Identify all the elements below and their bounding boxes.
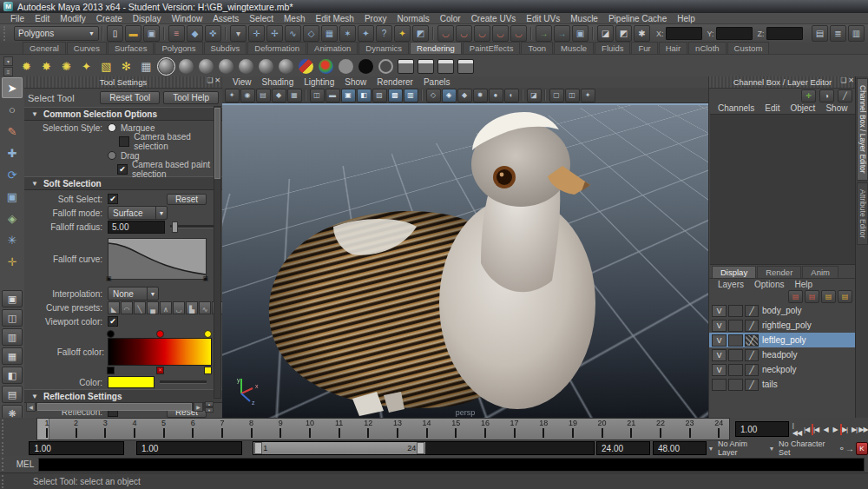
layout-outliner-persp-button[interactable]: ◧ xyxy=(2,367,23,384)
drag-handle[interactable] xyxy=(2,442,9,454)
anisotropic-material-icon[interactable] xyxy=(177,57,195,76)
range-start-handle[interactable] xyxy=(254,442,262,454)
rotate-tool[interactable]: ⟳ xyxy=(2,164,23,185)
select-camera-icon[interactable]: ✦ xyxy=(225,89,240,102)
snap-to-plane-icon[interactable]: ◡ xyxy=(492,25,509,42)
field-chart-icon[interactable]: ▩ xyxy=(388,89,403,102)
viewport-color-checkbox[interactable]: ✔ xyxy=(108,316,118,327)
x-coordinate-field[interactable] xyxy=(666,27,702,40)
tool-help-button[interactable]: Tool Help xyxy=(163,91,219,104)
lambert-material-icon[interactable] xyxy=(217,57,235,76)
shelf-tab-toon[interactable]: Toon xyxy=(521,42,553,54)
color-slider[interactable] xyxy=(160,380,207,384)
playback-start-field[interactable]: 1.00 xyxy=(136,441,242,455)
layout-four-pane-button[interactable]: ▦ xyxy=(2,347,23,365)
mask-handles-icon[interactable]: ✛ xyxy=(248,25,265,42)
falloff-color-ramp[interactable] xyxy=(108,338,212,366)
ramp-key-black[interactable] xyxy=(107,330,115,338)
menu-normals[interactable]: Normals xyxy=(392,14,435,23)
z-coordinate-field[interactable] xyxy=(766,27,803,40)
shelf-tab-custom[interactable]: Custom xyxy=(727,42,770,54)
step-forward-key-button[interactable]: ▶| xyxy=(840,423,849,436)
snap-to-point-icon[interactable]: ◡ xyxy=(474,25,490,42)
render-globals-icon[interactable] xyxy=(457,57,475,76)
close-icon[interactable]: ✕ xyxy=(848,76,854,84)
shelf-tab-deformation[interactable]: Deformation xyxy=(247,42,306,54)
falloff-curve-widget[interactable]: ▣ ▣ xyxy=(108,238,207,280)
viewport-menu-lighting[interactable]: Lighting xyxy=(299,77,339,87)
layer-visibility-toggle[interactable]: V xyxy=(712,349,727,361)
channel-menu-channels[interactable]: Channels xyxy=(713,103,760,113)
playback-range-bar[interactable]: 1 24 xyxy=(253,442,425,454)
ambient-light-icon[interactable]: ▧ xyxy=(97,57,115,76)
viewport-3d-view[interactable]: y x z persp xyxy=(222,103,708,418)
preset-spike[interactable]: ∧ xyxy=(160,301,172,314)
mask-curves-icon[interactable]: ∿ xyxy=(285,25,301,42)
speed-ramp-icon[interactable]: ◑ xyxy=(819,89,834,102)
side-tab-attribute-editor[interactable]: Attribute Editor xyxy=(857,182,868,245)
drag-handle[interactable] xyxy=(2,458,10,471)
camera-based-selection-checkbox[interactable] xyxy=(119,136,129,147)
scale-tool[interactable]: ▣ xyxy=(2,186,23,207)
new-scene-icon[interactable]: ▯ xyxy=(107,25,123,42)
lasso-select-tool[interactable]: ○ xyxy=(2,99,23,120)
mask-dynamics-icon[interactable]: ✶ xyxy=(339,25,356,42)
layer-color-swatch[interactable]: ╱ xyxy=(745,320,759,332)
select-by-component-icon[interactable]: ✜ xyxy=(205,25,221,42)
shelf-tab-painteffects[interactable]: PaintEffects xyxy=(463,42,521,54)
pin-icon[interactable]: ❏ xyxy=(207,76,213,84)
ramp-key2-yellow[interactable] xyxy=(204,367,212,374)
area-light-icon[interactable]: ✦ xyxy=(77,57,95,76)
batch-render-icon[interactable] xyxy=(437,57,455,76)
camera-icon[interactable]: ▦ xyxy=(137,57,155,76)
slider-mode-icon[interactable]: ╱ xyxy=(838,89,852,102)
select-tool[interactable]: ➤ xyxy=(2,77,23,98)
current-frame-field[interactable]: 1.00 xyxy=(735,421,789,437)
show-hide-channel-box-icon[interactable]: ▥ xyxy=(848,25,865,42)
shadows-icon[interactable]: ● xyxy=(489,89,503,102)
menu-muscle[interactable]: Muscle xyxy=(565,14,603,23)
use-background-icon[interactable] xyxy=(357,57,375,76)
anim-layer-dropdown[interactable]: No Anim Layer xyxy=(715,442,767,454)
menu-edit-uvs[interactable]: Edit UVs xyxy=(521,14,565,23)
ambient-occlusion-icon[interactable]: ◐ xyxy=(504,89,519,102)
shelf-menu-icon[interactable]: ▾ xyxy=(3,56,13,66)
soft-select-reset-button[interactable]: Reset xyxy=(167,194,207,205)
menu-assets[interactable]: Assets xyxy=(207,14,244,23)
perspective-viewport[interactable]: ViewShadingLightingShowRendererPanels ✦◉… xyxy=(222,76,708,418)
layer-color-swatch[interactable]: ╱ xyxy=(745,334,759,347)
layer-row-rightleg-poly[interactable]: V╱rightleg_poly xyxy=(709,318,856,333)
scroll-left-icon[interactable]: ◀ xyxy=(26,402,36,412)
render-current-frame-icon[interactable]: ◪ xyxy=(597,25,614,42)
play-forwards-button[interactable]: ▶ xyxy=(831,423,839,436)
preset-ramp-down[interactable]: ◣ xyxy=(108,301,120,314)
isolate-select-icon[interactable]: ◪ xyxy=(527,89,542,102)
character-set-dropdown[interactable]: No Character Set xyxy=(776,442,837,454)
layout-two-side-button[interactable]: ◫ xyxy=(2,309,23,327)
step-back-key-button[interactable]: |◀ xyxy=(812,423,820,436)
lock-selection-icon[interactable]: ✦ xyxy=(394,25,411,42)
preset-smooth[interactable]: ◠ xyxy=(121,301,133,314)
mask-misc-icon[interactable]: ? xyxy=(376,25,392,42)
section-common-selection[interactable]: ▼ Common Selection Options xyxy=(24,107,222,121)
layer-row-leftleg-poly[interactable]: V╱leftleg_poly xyxy=(709,333,856,347)
menu-color[interactable]: Color xyxy=(435,14,466,23)
select-by-object-icon[interactable]: ◆ xyxy=(187,25,203,42)
shelf-arrow-icon[interactable]: ≡ xyxy=(3,67,13,76)
twod-pan-zoom-icon[interactable]: ◫ xyxy=(310,89,325,102)
lock-camera-icon[interactable]: ◉ xyxy=(240,89,255,102)
layer-visibility-toggle[interactable]: V xyxy=(712,334,727,347)
show-hide-attribute-editor-icon[interactable]: ▤ xyxy=(812,25,828,42)
ramp-key2-red-selected[interactable]: ✕ xyxy=(156,367,164,374)
xray-joints-icon[interactable]: ◫ xyxy=(565,89,580,102)
close-icon[interactable]: ✕ xyxy=(214,76,220,84)
tool-settings-header[interactable]: Tool Settings ❏✕ xyxy=(24,76,222,89)
viewport-menu-view[interactable]: View xyxy=(227,77,257,87)
layer-menu-options[interactable]: Options xyxy=(749,280,789,289)
show-hide-tool-settings-icon[interactable]: ≣ xyxy=(830,25,846,42)
mask-combo-icon[interactable]: ▾ xyxy=(230,25,247,42)
layer-playback-toggle[interactable] xyxy=(728,334,743,347)
reset-tool-button[interactable]: Reset Tool xyxy=(100,91,160,104)
animation-start-field[interactable]: 1.00 xyxy=(29,441,124,455)
save-scene-icon[interactable]: ▣ xyxy=(143,25,160,42)
